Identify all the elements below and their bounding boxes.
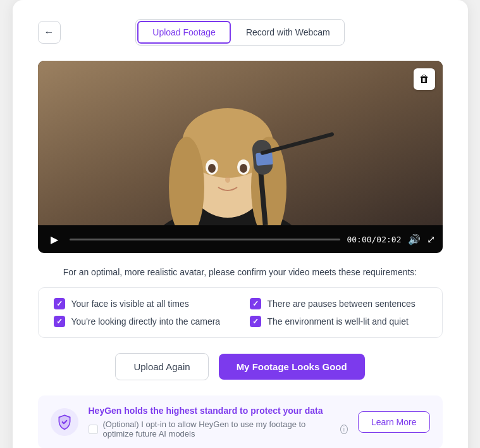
shield-icon-container — [51, 408, 78, 436]
actions-row: Upload Again My Footage Looks Good — [38, 353, 443, 380]
req-looking-camera-label: You're looking directly into the camera — [71, 316, 221, 327]
delete-icon: 🗑 — [419, 73, 429, 85]
req-pauses: There are pauses between sentences — [250, 298, 427, 309]
time-display: 00:00/02:02 — [347, 235, 401, 244]
tab-upload[interactable]: Upload Footage — [137, 21, 231, 44]
req-environment: The environment is well-lit and quiet — [250, 316, 427, 327]
tab-group: Upload Footage Record with Webcam — [135, 19, 344, 46]
tab-webcam[interactable]: Record with Webcam — [232, 20, 344, 45]
req-face-visible: Your face is visible at all times — [54, 298, 231, 309]
footage-good-button[interactable]: My Footage Looks Good — [219, 354, 365, 380]
privacy-title: HeyGen holds the highest standard to pro… — [89, 406, 348, 416]
checkbox-environment[interactable] — [250, 316, 261, 327]
play-button[interactable]: ▶ — [46, 230, 63, 248]
svg-point-12 — [225, 177, 230, 183]
req-pauses-label: There are pauses between sentences — [268, 299, 415, 309]
delete-button[interactable]: 🗑 — [414, 68, 435, 90]
privacy-opt-label: (Optional) I opt-in to allow HeyGen to u… — [103, 420, 335, 439]
requirements-box: Your face is visible at all times There … — [38, 287, 443, 338]
requirements-description: For an optimal, more realistic avatar, p… — [38, 267, 443, 277]
video-preview: 🗑 — [38, 61, 443, 225]
shield-icon — [56, 414, 73, 430]
checkbox-looking-camera[interactable] — [54, 316, 65, 327]
header: ← Upload Footage Record with Webcam — [38, 19, 443, 46]
main-card: ← Upload Footage Record with Webcam — [13, 0, 468, 448]
info-icon[interactable]: i — [340, 425, 348, 434]
upload-again-button[interactable]: Upload Again — [115, 353, 208, 380]
video-thumbnail — [38, 61, 443, 225]
back-icon: ← — [44, 27, 54, 38]
fullscreen-button[interactable]: ⤢ — [427, 233, 435, 246]
volume-icon: 🔊 — [408, 233, 421, 246]
progress-bar[interactable] — [70, 239, 341, 240]
volume-button[interactable]: 🔊 — [408, 233, 421, 246]
play-icon: ▶ — [51, 233, 58, 246]
req-environment-label: The environment is well-lit and quiet — [268, 316, 409, 327]
back-button[interactable]: ← — [38, 21, 61, 44]
fullscreen-icon: ⤢ — [427, 233, 435, 246]
video-controls: ▶ 00:00/02:02 🔊 ⤢ — [38, 225, 443, 253]
privacy-section: HeyGen holds the highest standard to pro… — [38, 395, 443, 448]
svg-point-11 — [240, 164, 247, 173]
checkbox-face-visible[interactable] — [54, 298, 65, 309]
video-container: 🗑 ▶ 00:00/02:02 🔊 ⤢ — [38, 61, 443, 253]
privacy-checkbox[interactable] — [89, 425, 98, 434]
req-face-visible-label: Your face is visible at all times — [71, 299, 189, 309]
learn-more-button[interactable]: Learn More — [358, 411, 430, 433]
svg-point-10 — [208, 164, 216, 173]
req-looking-camera: You're looking directly into the camera — [54, 316, 231, 327]
privacy-content: HeyGen holds the highest standard to pro… — [89, 406, 348, 439]
privacy-opt-row: (Optional) I opt-in to allow HeyGen to u… — [89, 420, 348, 439]
checkbox-pauses[interactable] — [250, 298, 261, 309]
